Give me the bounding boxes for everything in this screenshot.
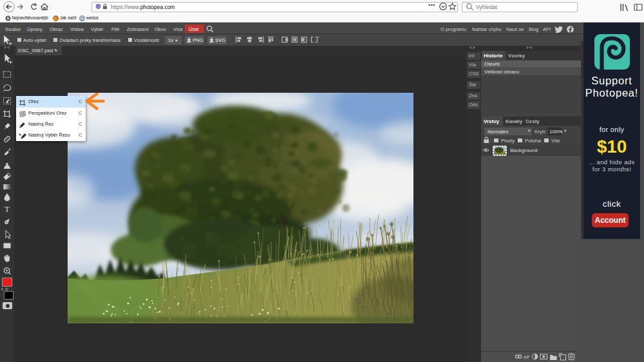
svg-text:@: @ bbox=[80, 16, 84, 21]
svg-text:eff: eff bbox=[524, 354, 529, 360]
svg-text:T: T bbox=[5, 204, 10, 214]
